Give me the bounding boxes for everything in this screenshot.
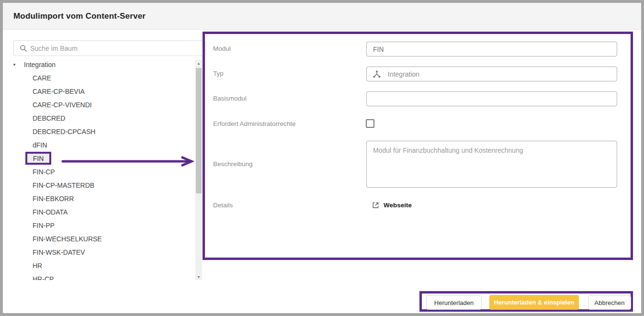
basismodul-label: Basismodul [213,95,247,102]
tree-item-fin-odata[interactable]: FIN-ODATA [3,205,202,219]
cancel-button[interactable]: Abbrechen [588,295,631,310]
beschreibung-field[interactable] [366,141,617,188]
modul-label: Modul [213,45,231,52]
admin-rights-checkbox[interactable] [366,119,374,128]
admin-rights-label: Erfordert Administratorrechte [213,120,296,127]
integration-hub-icon [373,70,381,79]
tree-search [13,40,206,56]
module-tree: ▾ Integration CARE CARE-CP-BEVIA CARE-CP… [3,58,202,280]
download-and-apply-button[interactable]: Herunterladen & einspielen [489,295,579,310]
search-input[interactable] [14,41,205,56]
tree-item-debcred-cpcash[interactable]: DEBCRED-CPCASH [3,125,202,138]
typ-label: Typ [213,70,224,77]
tree-item-care-cp-vivendi[interactable]: CARE-CP-VIVENDI [3,98,202,112]
tree-item-hr-cp[interactable]: HR-CP [3,272,202,280]
tree-item-fin-cp-masterdb[interactable]: FIN-CP-MASTERDB [3,179,202,192]
tree-item-dfin[interactable]: dFIN [3,138,202,152]
modul-field[interactable] [366,42,617,56]
download-button[interactable]: Herunterladen [426,295,482,310]
scroll-down-icon[interactable]: ▼ [195,273,202,280]
beschreibung-label: Beschreibung [213,160,253,168]
typ-value: Integration [388,70,419,78]
tree-item-care[interactable]: CARE [3,71,202,85]
tree-item-fin-cp[interactable]: FIN-CP [3,165,202,179]
website-link[interactable]: Webseite [372,201,412,209]
open-in-new-icon [372,201,380,209]
tree-scrollbar[interactable]: ▲ ▼ [195,60,202,280]
tree-item-fin-ebkorr[interactable]: FIN-EBKORR [3,192,202,205]
tree-item-integration[interactable]: ▾ Integration [3,58,202,71]
page-title: Modulimport vom Content-Server [13,11,146,21]
scroll-up-icon[interactable]: ▲ [195,60,202,67]
dialog-header: Modulimport vom Content-Server [3,3,641,30]
details-label: Details [213,202,233,209]
chevron-down-icon[interactable]: ▾ [11,62,18,67]
tree-item-fin-selected[interactable]: FIN [3,152,202,165]
tree-item-fin-pp[interactable]: FIN-PP [3,219,202,232]
tree-item-hr[interactable]: HR [3,259,202,272]
tree-item-fin-wsk-datev[interactable]: FIN-WSK-DATEV [3,246,202,259]
typ-field[interactable]: Integration [366,67,617,81]
tree-item-care-cp-bevia[interactable]: CARE-CP-BEVIA [3,85,202,98]
scrollbar-thumb[interactable] [196,68,202,193]
selected-item-highlight[interactable]: FIN [25,152,51,165]
tree-item-debcred[interactable]: DEBCRED [3,112,202,125]
tree-item-fin-wechselkurse[interactable]: FIN-WECHSELKURSE [3,232,202,246]
basismodul-field[interactable] [366,91,617,106]
modulimport-dialog: Modulimport vom Content-Server ▾ Integra… [0,0,644,316]
website-link-label: Webseite [384,202,412,209]
